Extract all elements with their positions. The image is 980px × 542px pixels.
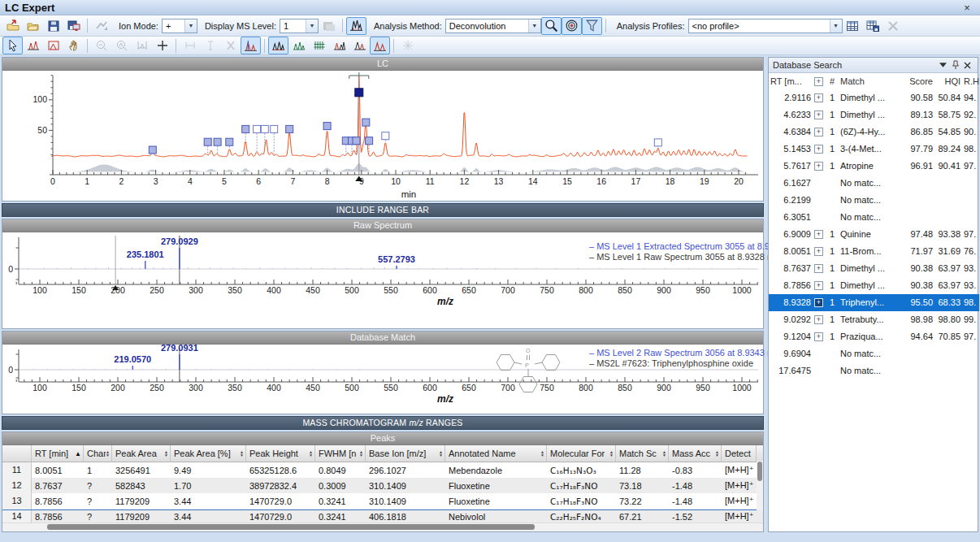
- peaks-table-row[interactable]: 138.7856?11792093.441470729.00.3241310.1…: [2, 493, 763, 509]
- peaks-column-header[interactable]: RT [min]▲: [32, 445, 84, 462]
- peaks-vertical-scrollbar[interactable]: [757, 461, 763, 510]
- db-header-expand-all[interactable]: +: [813, 73, 826, 89]
- open-report-button[interactable]: [2, 17, 23, 35]
- save-image-button[interactable]: [63, 17, 84, 35]
- table-export-button[interactable]: [863, 17, 883, 35]
- database-match-header[interactable]: Database Match: [2, 332, 763, 345]
- db-num-value: 1: [826, 158, 839, 175]
- expand-icon[interactable]: +: [814, 332, 823, 341]
- peaks-column-header[interactable]: Molecular For▲▼: [547, 445, 616, 462]
- db-expand-cell[interactable]: +: [813, 294, 826, 311]
- peaks-a-button[interactable]: [329, 37, 349, 54]
- peaks-column-header[interactable]: Peak Area▲▼: [112, 445, 171, 462]
- peaks-column-header[interactable]: Peak Area [%]▲▼: [171, 445, 246, 462]
- expand-icon[interactable]: +: [814, 128, 823, 137]
- db-expand-cell[interactable]: +: [813, 277, 826, 294]
- peaks-panel-header[interactable]: Peaks: [2, 432, 763, 445]
- peaks-column-header[interactable]: Detect: [722, 445, 757, 462]
- expand-icon[interactable]: +: [814, 93, 823, 102]
- include-range-bar[interactable]: INCLUDE RANGE BAR: [2, 203, 764, 217]
- open-file-button[interactable]: [23, 17, 43, 35]
- chevron-down-icon[interactable]: ▼: [830, 20, 842, 33]
- lc-panel-header[interactable]: LC: [2, 58, 763, 71]
- db-expand-cell[interactable]: +: [813, 89, 826, 106]
- chevron-down-icon[interactable]: ▼: [184, 20, 197, 33]
- pan-button[interactable]: [63, 37, 84, 54]
- peaks-table-row[interactable]: 118.0051132564919.4965325128.60.8049296.…: [2, 462, 763, 478]
- db-header-rh[interactable]: R.H: [962, 73, 979, 89]
- db-header-match[interactable]: Match: [839, 73, 902, 89]
- peaks-c-button[interactable]: [370, 37, 390, 54]
- peak-region-button[interactable]: [43, 37, 63, 54]
- expand-icon[interactable]: +: [814, 264, 823, 273]
- peaks-b-button[interactable]: [349, 37, 370, 54]
- db-expand-cell[interactable]: +: [813, 311, 826, 328]
- database-search-header[interactable]: Database Search: [769, 58, 978, 73]
- peak-detect-button[interactable]: [241, 37, 261, 54]
- lc-chromatogram-chart[interactable]: 0123456789101112131415161718192050100min: [2, 71, 763, 202]
- db-expand-cell[interactable]: +: [813, 243, 826, 260]
- analysis-profiles-value: <no profile>: [689, 21, 830, 31]
- db-expand-cell[interactable]: +: [813, 226, 826, 243]
- peaks-column-header[interactable]: Annotated Name▲▼: [445, 445, 547, 462]
- db-header-rt[interactable]: RT [m...: [769, 73, 813, 89]
- analysis-method-select[interactable]: Deconvolution ▼: [445, 19, 541, 33]
- ion-mode-select[interactable]: + ▼: [162, 19, 197, 33]
- peaks-column-header[interactable]: FWHM [n▲▼: [315, 445, 366, 462]
- chevron-down-icon[interactable]: ▼: [306, 20, 318, 33]
- chevron-down-icon[interactable]: ▼: [528, 20, 540, 33]
- peaks-column-header[interactable]: Base Ion [m/z]▲▼: [366, 445, 445, 462]
- peaks-horizontal-scrollbar[interactable]: [2, 522, 763, 531]
- db-header-num[interactable]: #: [826, 73, 839, 89]
- panel-close-button[interactable]: [961, 59, 973, 71]
- table-view-button[interactable]: [843, 17, 863, 35]
- peaks-column-header[interactable]: Match Sc▲▼: [616, 445, 669, 462]
- target-button[interactable]: [562, 17, 582, 35]
- save-button[interactable]: [43, 17, 63, 35]
- expand-icon[interactable]: +: [814, 230, 823, 239]
- window-close-button[interactable]: ×: [959, 2, 975, 14]
- expand-icon[interactable]: +: [814, 315, 823, 324]
- peaks-column-header[interactable]: Char▲▼: [84, 445, 112, 462]
- db-expand-cell[interactable]: +: [813, 158, 826, 175]
- expand-icon[interactable]: +: [814, 247, 823, 256]
- peaks-tool-button[interactable]: [23, 37, 43, 54]
- expand-icon[interactable]: +: [814, 162, 823, 171]
- peak-area-value: 1179209: [112, 512, 171, 522]
- panel-menu-button[interactable]: [937, 59, 949, 71]
- green-peaks-icon: [293, 39, 306, 52]
- filter-button[interactable]: [582, 17, 602, 35]
- svg-text:50: 50: [37, 125, 47, 135]
- mass-bar-label-suffix: RANGES: [423, 418, 463, 427]
- ms-analysis-button[interactable]: [346, 17, 366, 35]
- search-icon: [544, 19, 558, 33]
- expand-all-icon[interactable]: +: [814, 77, 823, 86]
- db-header-score[interactable]: Score: [902, 73, 934, 89]
- peaks-column-header[interactable]: Mass Acc▲▼: [669, 445, 722, 462]
- db-num-value: 1: [826, 243, 839, 260]
- crosshair-button[interactable]: [152, 37, 172, 54]
- expand-icon[interactable]: +: [814, 145, 823, 154]
- pin-button[interactable]: [949, 59, 961, 71]
- db-expand-cell[interactable]: +: [813, 141, 826, 158]
- analysis-profiles-select[interactable]: <no profile> ▼: [688, 19, 843, 33]
- expand-icon[interactable]: +: [814, 281, 823, 290]
- db-expand-cell[interactable]: +: [813, 124, 826, 141]
- green-comb-button[interactable]: [309, 37, 329, 54]
- expand-icon[interactable]: +: [814, 298, 823, 307]
- peaks-table-row[interactable]: 128.7637?5828431.7038972832.40.3009310.1…: [2, 478, 763, 493]
- db-expand-cell[interactable]: +: [813, 328, 826, 345]
- search-button[interactable]: [541, 17, 562, 35]
- baseline-peaks-button[interactable]: [268, 37, 288, 54]
- select-cursor-button[interactable]: [2, 37, 23, 54]
- db-expand-cell[interactable]: +: [813, 260, 826, 277]
- green-peaks-button[interactable]: [288, 37, 309, 54]
- db-expand-cell[interactable]: +: [813, 106, 826, 124]
- peaks-column-header[interactable]: Peak Height▲▼: [246, 445, 315, 462]
- raw-spectrum-header[interactable]: Raw Spectrum: [2, 219, 763, 232]
- expand-icon[interactable]: +: [814, 111, 823, 119]
- db-header-hqi[interactable]: HQI: [934, 73, 962, 89]
- display-ms-level-select[interactable]: 1 ▼: [280, 19, 319, 33]
- mass-chromatogram-bar[interactable]: MASS CHROMATOGRAM m/z RANGES: [2, 416, 764, 430]
- svg-text:950: 950: [696, 383, 710, 392]
